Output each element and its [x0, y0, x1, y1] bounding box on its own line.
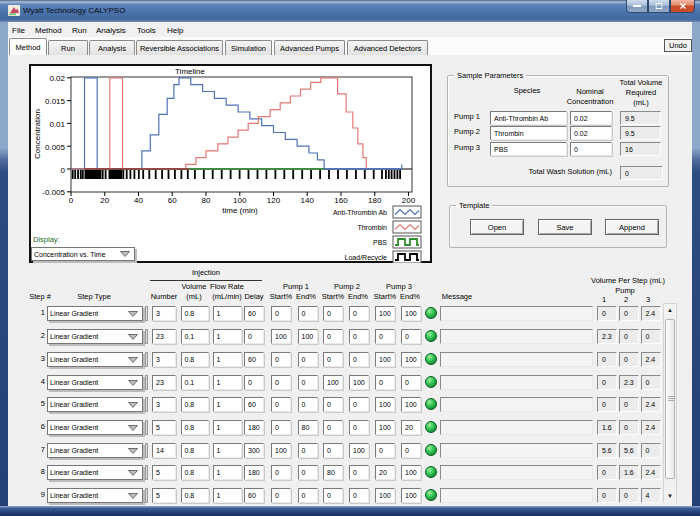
svg-text:time (min): time (min) [222, 206, 258, 215]
svg-text:PBS: PBS [373, 239, 387, 246]
svg-text:-0.005: -0.005 [42, 188, 65, 197]
svg-text:180: 180 [368, 196, 382, 205]
svg-text:100: 100 [233, 196, 247, 205]
svg-text:80: 80 [202, 196, 211, 205]
svg-text:120: 120 [267, 196, 281, 205]
svg-text:20: 20 [100, 196, 109, 205]
svg-text:Anti-Thrombin Ab: Anti-Thrombin Ab [333, 209, 387, 216]
svg-text:0.015: 0.015 [45, 97, 66, 106]
svg-text:0.02: 0.02 [49, 74, 65, 83]
svg-text:0.01: 0.01 [49, 120, 65, 129]
svg-text:60: 60 [168, 196, 177, 205]
svg-text:0: 0 [69, 196, 74, 205]
svg-text:0: 0 [61, 166, 66, 175]
svg-text:Thrombin: Thrombin [357, 224, 387, 231]
svg-text:0.005: 0.005 [45, 143, 66, 152]
svg-text:140: 140 [301, 196, 315, 205]
svg-text:40: 40 [134, 196, 143, 205]
svg-text:Load/Recycle: Load/Recycle [345, 254, 388, 262]
svg-text:Concentration: Concentration [33, 109, 42, 159]
svg-text:200: 200 [402, 196, 416, 205]
svg-text:Timeline: Timeline [175, 67, 205, 76]
svg-text:160: 160 [334, 196, 348, 205]
